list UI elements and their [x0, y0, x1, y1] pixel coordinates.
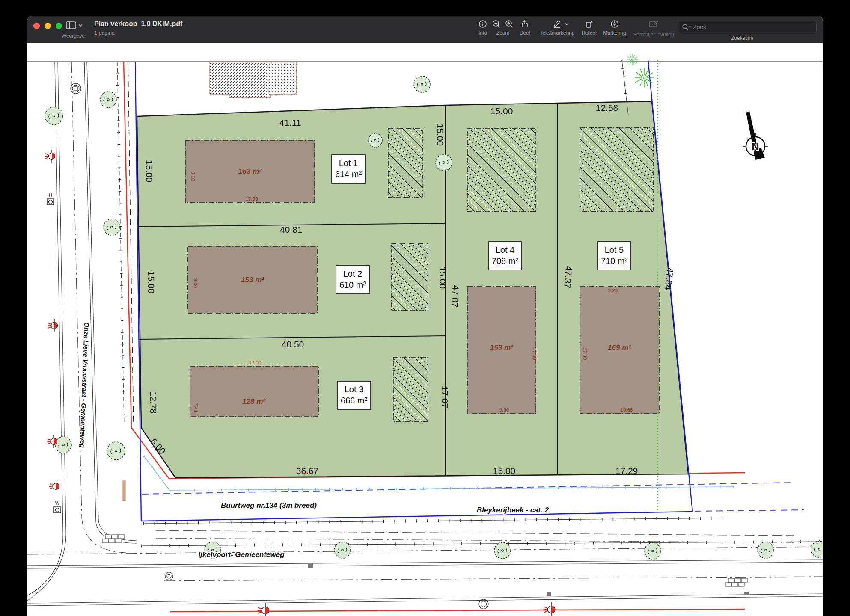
tree-icon — [414, 76, 430, 92]
tree-icon — [104, 219, 120, 235]
svg-text:Lot 4: Lot 4 — [496, 245, 514, 255]
fullscreen-button[interactable] — [56, 23, 62, 29]
dimension-label: 15.00 — [493, 466, 516, 476]
south-roads — [27, 542, 823, 606]
minimize-button[interactable] — [45, 23, 51, 29]
svg-text:W: W — [55, 500, 60, 506]
street-lamp-icon — [45, 150, 55, 163]
building-dim-label: 7.41 — [193, 403, 199, 412]
svg-text:610 m²: 610 m² — [339, 280, 366, 290]
tree-icon — [45, 107, 63, 125]
fill-form-button: Formulier invullen — [630, 20, 677, 38]
dimension-label: 40.81 — [280, 225, 303, 234]
tree-icon — [334, 542, 351, 558]
lot2-label: Lot 2 610 m² — [336, 266, 369, 294]
dimension-label: 12.78 — [149, 391, 158, 414]
view-menu-label: Weergave — [54, 33, 92, 39]
markup-icon — [610, 20, 619, 28]
building-dim-label: 9.00 — [499, 407, 509, 412]
lot4-label: Lot 4 708 m² — [489, 242, 521, 270]
svg-text:708 m²: 708 m² — [492, 256, 519, 266]
building-area-label: 128 m² — [242, 397, 266, 406]
building-dim-label: 9.20 — [608, 288, 618, 293]
west-road — [27, 62, 137, 601]
tree-icon — [436, 154, 452, 171]
existing-building — [210, 62, 297, 98]
dimension-label: 12.58 — [596, 103, 618, 113]
dimension-label: 15.00 — [438, 267, 448, 289]
document-title: Plan verkoop_1.0 DKIM.pdf — [94, 20, 182, 28]
markup-button[interactable]: Markering — [594, 20, 635, 36]
dimension-label: 40.50 — [282, 339, 304, 349]
tree-icon — [369, 133, 382, 147]
dimension-label: 17.29 — [615, 466, 638, 476]
tree-icon — [107, 442, 125, 460]
fill-form-icon — [648, 20, 659, 28]
markup-label: Markering — [594, 30, 635, 36]
street-lamp-icon — [258, 603, 269, 616]
street-name: Bleykerijbeek - cat. 2 — [477, 506, 549, 514]
svg-text:614 m²: 614 m² — [335, 169, 362, 179]
north-label: N — [752, 141, 759, 152]
building-area-label: 169 m² — [608, 344, 631, 352]
building-dim-label: 17.00 — [583, 348, 588, 360]
svg-text:Lot 5: Lot 5 — [605, 245, 624, 255]
preview-window: Weergave Plan verkoop_1.0 DKIM.pdf 1 pag… — [27, 16, 823, 616]
building-dim-label: 10.68 — [621, 407, 633, 412]
spiky-tree-icon — [635, 68, 654, 87]
manhole-icon — [165, 572, 173, 580]
manhole-icon — [71, 83, 81, 94]
fill-form-label: Formulier invullen — [630, 32, 677, 38]
water-valve-icon: W — [54, 500, 61, 513]
building-area-label: 153 m² — [490, 344, 514, 352]
dimension-label: 15.00 — [146, 271, 156, 294]
dimension-label: 17.07 — [440, 386, 450, 409]
dimension-label: 36.67 — [296, 466, 319, 476]
dimension-label: 47.07 — [450, 285, 461, 308]
building-dim-label: 9.00 — [193, 278, 198, 288]
building-dim-label: 17.00 — [249, 360, 262, 365]
street-lamp-icon — [544, 602, 555, 616]
search-field[interactable] — [678, 21, 817, 33]
street-name: Buurtweg nr.134 (3m breed) — [221, 501, 317, 509]
building-lot3 — [190, 366, 318, 417]
building-area-label: 153 m² — [238, 167, 262, 175]
search-action-label: Zoekactie — [712, 35, 772, 41]
tree-icon — [100, 92, 116, 108]
dimension-label: 15.00 — [435, 124, 445, 146]
search-input[interactable] — [692, 23, 813, 31]
building-dim-label: 17.00 — [246, 196, 258, 201]
spiky-tree-icon — [627, 54, 638, 66]
building-dim-label: 9.00 — [190, 172, 196, 181]
tree-icon — [811, 541, 823, 557]
lot3-label: Lot 3 666 m² — [337, 381, 371, 409]
svg-text:H: H — [49, 192, 52, 198]
pdf-page[interactable]: H W 41.11 15.00 — [27, 43, 823, 616]
dimension-label: 15.00 — [144, 160, 154, 183]
north-arrow: N — [743, 111, 768, 160]
zoom-out-icon[interactable] — [492, 20, 501, 28]
post-symbol — [123, 481, 125, 500]
south-red-line — [170, 602, 745, 616]
building-dim-label: 17.00 — [532, 348, 537, 360]
document-page-count: 1 pagina — [94, 30, 115, 36]
screenshot-root: { "window": { "title": "Plan verkoop_1.0… — [0, 0, 850, 616]
street-name: Ijkelvoort- Gemeenteweg — [198, 551, 285, 559]
dimension-label: 47.37 — [562, 265, 574, 288]
tree-icon — [645, 543, 661, 559]
brick-wall-icon — [725, 578, 747, 586]
sidebar-toggle-button[interactable] — [66, 21, 83, 31]
street-lamp-icon — [48, 319, 58, 332]
manhole-icon — [479, 599, 488, 609]
lot1-label: Lot 1 614 m² — [332, 155, 365, 183]
tree-icon — [758, 542, 774, 558]
close-button[interactable] — [33, 23, 40, 29]
svg-text:Lot 3: Lot 3 — [345, 385, 363, 394]
svg-text:710 m²: 710 m² — [601, 256, 628, 266]
svg-text:Lot 2: Lot 2 — [343, 269, 362, 278]
rotate-icon — [585, 20, 594, 28]
building-area-label: 153 m² — [241, 276, 265, 284]
brick-wall-icon — [102, 535, 124, 543]
dimension-label: 15.00 — [490, 106, 513, 116]
dimension-label: 41.11 — [279, 118, 301, 127]
